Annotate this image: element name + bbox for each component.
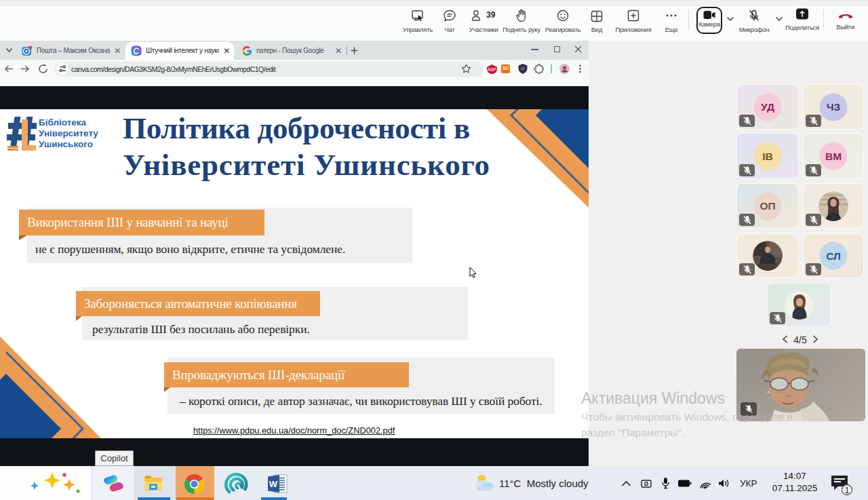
svg-text:ABP: ABP: [487, 67, 496, 72]
svg-text:1: 1: [845, 486, 850, 495]
svg-text:W: W: [269, 479, 278, 489]
